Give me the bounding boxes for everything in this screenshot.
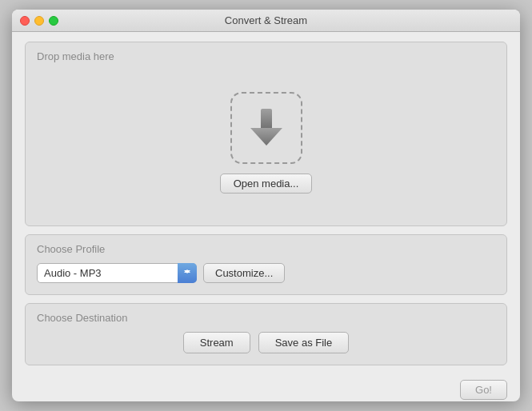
traffic-lights xyxy=(20,16,58,26)
drop-icon-border xyxy=(230,92,302,164)
drop-media-title: Drop media here xyxy=(37,50,495,62)
open-media-button[interactable]: Open media... xyxy=(220,174,313,194)
profile-select-wrapper: Audio - MP3 Video - H.264 Audio - AAC Vi… xyxy=(37,263,197,283)
drop-arrow-icon xyxy=(246,106,286,150)
drop-area[interactable]: Open media... xyxy=(37,70,495,214)
footer: Go! xyxy=(12,375,520,401)
go-button[interactable]: Go! xyxy=(460,380,507,400)
svg-marker-1 xyxy=(250,128,282,146)
choose-profile-title: Choose Profile xyxy=(37,243,495,255)
stream-button[interactable]: Stream xyxy=(183,332,250,353)
close-button[interactable] xyxy=(20,16,30,26)
choose-destination-title: Choose Destination xyxy=(37,312,495,324)
titlebar: Convert & Stream xyxy=(12,10,520,32)
maximize-button[interactable] xyxy=(49,16,58,26)
customize-button[interactable]: Customize... xyxy=(203,263,285,283)
main-window: Convert & Stream Drop media here xyxy=(12,10,520,401)
destination-row: Stream Save as File xyxy=(37,332,495,353)
svg-rect-0 xyxy=(261,109,272,130)
minimize-button[interactable] xyxy=(34,16,44,26)
drop-media-section: Drop media here xyxy=(25,42,507,226)
save-as-file-button[interactable]: Save as File xyxy=(258,332,350,353)
window-title: Convert & Stream xyxy=(225,14,307,26)
profile-select[interactable]: Audio - MP3 Video - H.264 Audio - AAC Vi… xyxy=(37,263,197,283)
choose-profile-section: Choose Profile Audio - MP3 Video - H.264… xyxy=(25,234,507,295)
content-area: Drop media here xyxy=(12,32,520,375)
profile-row: Audio - MP3 Video - H.264 Audio - AAC Vi… xyxy=(37,263,495,283)
choose-destination-section: Choose Destination Stream Save as File xyxy=(25,303,507,365)
